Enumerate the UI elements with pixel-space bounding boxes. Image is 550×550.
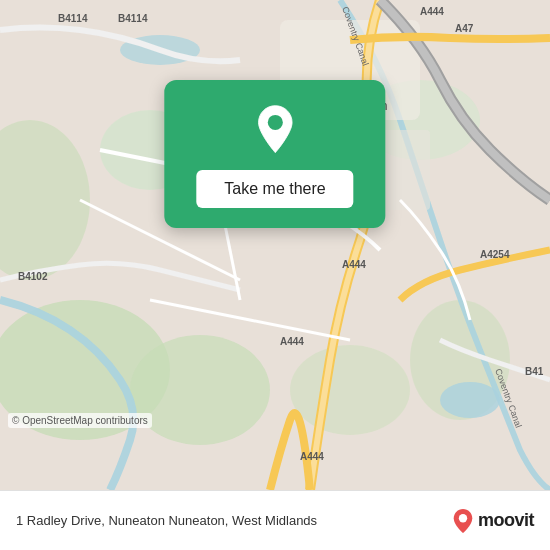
svg-text:A444: A444 [300,451,324,462]
svg-text:A4254: A4254 [480,249,510,260]
svg-text:B4114: B4114 [58,13,88,24]
svg-text:B4102: B4102 [18,271,48,282]
svg-point-8 [440,382,500,418]
moovit-logo: moovit [452,508,534,534]
svg-point-25 [267,115,282,130]
svg-point-3 [290,345,410,435]
address-label: 1 Radley Drive, Nuneaton Nuneaton, West … [16,513,452,528]
svg-text:B41: B41 [525,366,544,377]
moovit-wordmark: moovit [478,510,534,531]
svg-text:A444: A444 [342,259,366,270]
location-card: Take me there [164,80,385,228]
bottom-bar: 1 Radley Drive, Nuneaton Nuneaton, West … [0,490,550,550]
svg-point-2 [130,335,270,445]
svg-text:B4114: B4114 [118,13,148,24]
map-attribution: © OpenStreetMap contributors [8,413,152,428]
take-me-there-button[interactable]: Take me there [196,170,353,208]
svg-text:A444: A444 [420,6,444,17]
location-pin-icon [249,104,301,156]
svg-text:A47: A47 [455,23,474,34]
svg-point-26 [459,514,467,522]
moovit-pin-icon [452,508,474,534]
svg-text:A444: A444 [280,336,304,347]
map-view: B4114 B4114 A47 A444 A444 A444 A444 A425… [0,0,550,490]
